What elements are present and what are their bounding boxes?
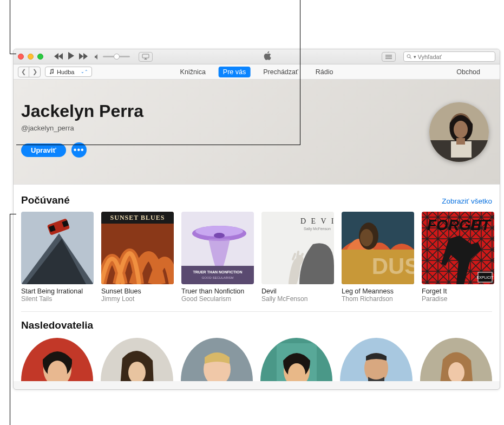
zoom-window-button[interactable] bbox=[37, 54, 43, 60]
listening-section-title: Počúvané bbox=[21, 194, 70, 206]
album-artist: Jimmy Loot bbox=[101, 295, 174, 303]
album-artist: Sally McFenson bbox=[261, 295, 334, 303]
search-scope-chevron-icon[interactable]: ▾ bbox=[414, 54, 416, 60]
listening-see-all-link[interactable]: Zobraziť všetko bbox=[442, 197, 492, 205]
svg-text:DUS: DUS bbox=[372, 253, 414, 279]
album-title: Truer than Nonfiction bbox=[181, 287, 254, 295]
album-artist: Paradise bbox=[422, 295, 494, 303]
tab-browse[interactable]: Prechádzať bbox=[259, 67, 302, 77]
follower-avatar[interactable] bbox=[340, 338, 412, 381]
main-tabs: Knižnica Pre vás Prechádzať Rádio bbox=[176, 67, 338, 77]
volume-icon bbox=[94, 54, 101, 60]
titlebar: ▾ bbox=[14, 49, 500, 64]
album-title: Leg of Meanness bbox=[342, 287, 414, 295]
search-field[interactable]: ▾ bbox=[403, 51, 495, 62]
album-title: Forget It bbox=[422, 287, 494, 295]
tab-radio[interactable]: Rádio bbox=[311, 67, 338, 77]
ellipsis-icon: ••• bbox=[74, 146, 84, 154]
svg-text:IT: IT bbox=[470, 217, 486, 233]
airplay-button[interactable] bbox=[139, 52, 153, 62]
profile-avatar[interactable] bbox=[429, 102, 489, 162]
follower-avatar[interactable] bbox=[181, 338, 253, 381]
next-track-button[interactable] bbox=[79, 52, 88, 61]
follower-avatar[interactable] bbox=[420, 338, 492, 381]
followers-row bbox=[21, 338, 492, 381]
tab-for-you[interactable]: Pre vás bbox=[219, 67, 250, 77]
media-picker[interactable]: Hudba ⌄⌃ bbox=[45, 67, 92, 77]
up-next-button[interactable] bbox=[382, 52, 396, 62]
app-window: ▾ ❮ ❯ Hudba ⌄⌃ Knižnica Pre vás Prechádz… bbox=[13, 49, 500, 390]
search-icon bbox=[407, 54, 412, 60]
album-item[interactable]: D E V I L Sally McFenson Devil Sally McF… bbox=[261, 212, 334, 303]
followers-section-title: Nasledovatelia bbox=[21, 319, 492, 331]
album-title: Start Being Irrational bbox=[21, 287, 94, 295]
search-input[interactable] bbox=[418, 54, 492, 60]
nav-back-forward: ❮ ❯ bbox=[18, 67, 41, 77]
source-bar: ❮ ❯ Hudba ⌄⌃ Knižnica Pre vás Prechádzať… bbox=[14, 64, 500, 80]
profile-name: Jackelyn Perra bbox=[21, 101, 143, 121]
svg-text:SUNSET BLUES: SUNSET BLUES bbox=[110, 214, 165, 221]
volume-slider[interactable] bbox=[94, 54, 130, 60]
back-button[interactable]: ❮ bbox=[18, 67, 29, 77]
svg-line-5 bbox=[410, 57, 411, 59]
media-picker-chevron-icon: ⌄⌃ bbox=[81, 69, 88, 74]
window-controls bbox=[18, 54, 43, 60]
album-item[interactable]: FORGET IT EXPLICIT Forget It Paradise bbox=[422, 212, 494, 303]
album-item[interactable]: DUS Leg of Meanness Thom Richardson bbox=[342, 212, 414, 303]
follower-avatar[interactable] bbox=[21, 338, 93, 381]
minimize-window-button[interactable] bbox=[28, 54, 34, 60]
section-divider bbox=[21, 311, 492, 312]
music-note-icon bbox=[49, 69, 55, 75]
tab-store[interactable]: Obchod bbox=[456, 68, 495, 76]
svg-text:TRUER THAN NONFICTION: TRUER THAN NONFICTION bbox=[193, 270, 243, 274]
now-playing-display bbox=[156, 51, 378, 63]
album-item[interactable]: Start Being Irrational Silent Tails bbox=[21, 212, 94, 303]
svg-text:Sally McFenson: Sally McFenson bbox=[304, 227, 331, 231]
svg-point-9 bbox=[454, 121, 468, 138]
svg-point-34 bbox=[360, 229, 373, 246]
album-item[interactable]: TRUER THAN NONFICTION GOOD SECULARISM Tr… bbox=[181, 212, 254, 303]
svg-point-24 bbox=[214, 233, 225, 238]
airplay-icon bbox=[142, 54, 149, 60]
album-item[interactable]: SUNSET BLUES Sunset Blues Jimmy Loot bbox=[101, 212, 174, 303]
follower-avatar[interactable] bbox=[101, 338, 173, 381]
svg-rect-0 bbox=[142, 54, 149, 58]
apple-logo-icon bbox=[263, 51, 272, 63]
album-title: Sunset Blues bbox=[101, 287, 174, 295]
forward-button[interactable]: ❯ bbox=[29, 67, 40, 77]
follower-avatar[interactable] bbox=[260, 338, 332, 381]
tab-library[interactable]: Knižnica bbox=[176, 67, 210, 77]
list-icon bbox=[385, 54, 392, 60]
svg-text:D E V I L: D E V I L bbox=[300, 217, 334, 225]
listening-albums-row: Start Being Irrational Silent Tails SUNS… bbox=[21, 212, 492, 303]
close-window-button[interactable] bbox=[18, 54, 24, 60]
svg-point-4 bbox=[407, 55, 410, 58]
edit-profile-button[interactable]: Upraviť bbox=[21, 143, 66, 157]
content-area: Počúvané Zobraziť všetko Start Being Irr… bbox=[14, 185, 500, 381]
album-title: Devil bbox=[261, 287, 334, 295]
svg-rect-25 bbox=[181, 266, 254, 284]
media-picker-label: Hudba bbox=[57, 69, 74, 75]
profile-header: Jackelyn Perra @jackelyn_perra Upraviť •… bbox=[14, 80, 500, 185]
album-artist: Silent Tails bbox=[21, 295, 94, 303]
svg-rect-11 bbox=[456, 138, 465, 145]
play-button[interactable] bbox=[67, 52, 75, 61]
album-artist: Thom Richardson bbox=[342, 295, 414, 303]
previous-track-button[interactable] bbox=[54, 52, 63, 61]
profile-handle: @jackelyn_perra bbox=[21, 124, 74, 132]
playback-controls bbox=[54, 52, 88, 61]
svg-text:GOOD SECULARISM: GOOD SECULARISM bbox=[201, 276, 233, 279]
album-artist: Good Secularism bbox=[181, 295, 254, 303]
svg-text:EXPLICIT: EXPLICIT bbox=[476, 276, 494, 279]
